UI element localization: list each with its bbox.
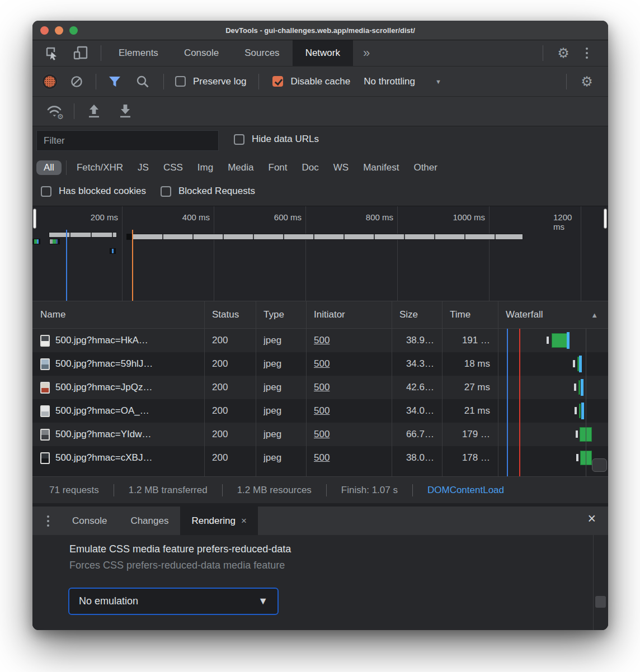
chip-doc[interactable]: Doc <box>295 160 326 175</box>
waterfall-blue-bar <box>579 356 582 372</box>
initiator-link[interactable]: 500 <box>314 335 330 346</box>
column-header-initiator[interactable]: Initiator <box>306 301 392 328</box>
requests-table-header: ▲ NameStatusTypeInitiatorSizeTimeWaterfa… <box>32 301 608 329</box>
column-separator <box>306 301 307 476</box>
request-name-cell: 500.jpg?hmac=cXBJ… <box>32 446 204 470</box>
network-conditions-icon[interactable]: ⚙ <box>45 103 65 120</box>
chip-css[interactable]: CSS <box>156 160 190 175</box>
rendering-setting-subtitle: Forces CSS prefers-reduced-data media fe… <box>69 560 285 571</box>
chip-manifest[interactable]: Manifest <box>356 160 406 175</box>
chip-font[interactable]: Font <box>261 160 295 175</box>
initiator-link[interactable]: 500 <box>314 429 330 440</box>
initiator-link[interactable]: 500 <box>314 382 330 393</box>
inspect-element-icon[interactable] <box>44 45 59 61</box>
device-toolbar-icon[interactable] <box>73 45 88 61</box>
type-cell: jpeg <box>263 423 322 446</box>
drawer-menu-icon[interactable] <box>47 515 49 527</box>
hide-data-urls-checkbox[interactable] <box>234 134 244 145</box>
request-name[interactable]: 500.jpg?hmac=YIdw… <box>55 429 152 440</box>
request-thumbnail <box>40 358 50 370</box>
dcl-event-line <box>66 230 67 301</box>
column-header-status[interactable]: Status <box>204 301 256 328</box>
chip-media[interactable]: Media <box>220 160 261 175</box>
table-row[interactable]: 500.jpg?hmac=OA_…200jpeg50034.0…21 ms <box>32 399 608 423</box>
screenshot-canvas: DevTools - gui-challenges.web.app/media-… <box>0 0 640 672</box>
record-network-log-button[interactable] <box>44 76 55 87</box>
emulation-select[interactable]: No emulation ▼ <box>68 588 279 615</box>
filter-funnel-icon[interactable] <box>107 74 122 89</box>
request-thumbnail <box>40 382 50 394</box>
column-header-time[interactable]: Time <box>442 301 498 328</box>
status-cell: 200 <box>212 352 271 376</box>
network-scrollbar-thumb[interactable] <box>592 458 607 472</box>
request-name-cell: 500.jpg?hmac=YIdw… <box>32 423 204 446</box>
chip-other[interactable]: Other <box>406 160 445 175</box>
waterfall-tick-bar <box>576 454 578 461</box>
request-name-cell: 500.jpg?hmac=59hlJ… <box>32 352 204 376</box>
request-name[interactable]: 500.jpg?hmac=HkA… <box>55 335 148 346</box>
has-blocked-cookies-item: Has blocked cookies <box>41 186 146 197</box>
overview-bar-mini2 <box>49 239 60 244</box>
table-row[interactable]: 500.jpg?hmac=JpQz…200jpeg50042.6…27 ms <box>32 376 608 399</box>
filter-input[interactable] <box>36 130 219 151</box>
tab-network[interactable]: Network <box>293 40 353 66</box>
disable-cache-checkbox[interactable] <box>272 76 283 87</box>
customize-devtools-icon[interactable] <box>579 45 595 61</box>
has-blocked-cookies-checkbox[interactable] <box>41 186 51 197</box>
request-name[interactable]: 500.jpg?hmac=OA_… <box>55 405 149 417</box>
drawer-tab-changes[interactable]: Changes <box>119 507 180 535</box>
column-header-waterfall[interactable]: Waterfall <box>498 301 608 328</box>
emulation-select-value: No emulation <box>79 595 138 607</box>
more-panels-icon[interactable]: » <box>353 46 380 60</box>
chip-js[interactable]: JS <box>130 160 156 175</box>
column-separator <box>442 301 443 476</box>
settings-gear-icon[interactable]: ⚙ <box>556 45 571 61</box>
summary-bar: 71 requests1.2 MB transferred1.2 MB reso… <box>32 476 608 503</box>
tab-sources[interactable]: Sources <box>232 40 292 66</box>
initiator-link[interactable]: 500 <box>314 452 330 463</box>
waterfall-green-bar <box>579 404 581 418</box>
network-settings-gear-icon[interactable]: ⚙ <box>579 74 595 89</box>
tab-console[interactable]: Console <box>171 40 232 66</box>
overview-bar-mini <box>32 239 40 244</box>
search-icon[interactable] <box>135 74 150 89</box>
chip-divider <box>66 160 67 175</box>
overview-tick-label: 800 ms <box>366 212 397 222</box>
initiator-link[interactable]: 500 <box>314 405 330 417</box>
drawer-close-icon[interactable]: × <box>587 512 596 526</box>
window-title: DevTools - gui-challenges.web.app/media-… <box>32 21 608 40</box>
chip-ws[interactable]: WS <box>326 160 356 175</box>
throttling-caret-icon[interactable]: ▼ <box>435 78 441 85</box>
import-har-icon[interactable] <box>86 102 102 120</box>
request-name[interactable]: 500.jpg?hmac=59hlJ… <box>55 358 153 370</box>
chip-all[interactable]: All <box>36 160 62 175</box>
clear-network-log-icon[interactable] <box>70 75 83 88</box>
drawer-tab-rendering[interactable]: Rendering× <box>180 507 257 535</box>
table-row[interactable]: 500.jpg?hmac=YIdw…200jpeg50066.7…179 … <box>32 423 608 446</box>
throttling-select[interactable]: No throttling <box>364 76 415 87</box>
chip-fetchxhr[interactable]: Fetch/XHR <box>69 160 130 175</box>
load-event-line-body <box>519 329 520 476</box>
type-cell: jpeg <box>263 399 322 423</box>
table-row[interactable]: 500.jpg?hmac=cXBJ…200jpeg50038.0…178 … <box>32 446 608 470</box>
column-header-name[interactable]: Name <box>32 301 204 328</box>
request-name[interactable]: 500.jpg?hmac=cXBJ… <box>55 452 152 463</box>
chip-img[interactable]: Img <box>190 160 220 175</box>
column-header-size[interactable]: Size <box>392 301 442 328</box>
drawer-scrollbar-thumb[interactable] <box>595 596 606 608</box>
tab-elements[interactable]: Elements <box>106 40 171 66</box>
close-rendering-tab-icon[interactable]: × <box>241 515 247 527</box>
request-name[interactable]: 500.jpg?hmac=JpQz… <box>55 382 152 393</box>
column-header-type[interactable]: Type <box>256 301 306 328</box>
waterfall-tick-bar <box>574 384 576 391</box>
drawer-tab-console[interactable]: Console <box>60 507 119 535</box>
preserve-log-checkbox[interactable] <box>175 76 186 87</box>
table-row[interactable]: 500.jpg?hmac=HkA…200jpeg50038.9…191 … <box>32 329 608 352</box>
export-har-icon[interactable] <box>117 102 134 120</box>
initiator-link[interactable]: 500 <box>314 358 330 370</box>
overview-gridline <box>581 206 581 301</box>
blocked-requests-checkbox[interactable] <box>161 186 171 197</box>
table-row[interactable]: 500.jpg?hmac=59hlJ…200jpeg50034.3…18 ms <box>32 352 608 376</box>
overview-bar-handle <box>33 209 36 229</box>
network-overview[interactable]: 200 ms400 ms600 ms800 ms1000 ms1200 ms <box>32 206 608 301</box>
